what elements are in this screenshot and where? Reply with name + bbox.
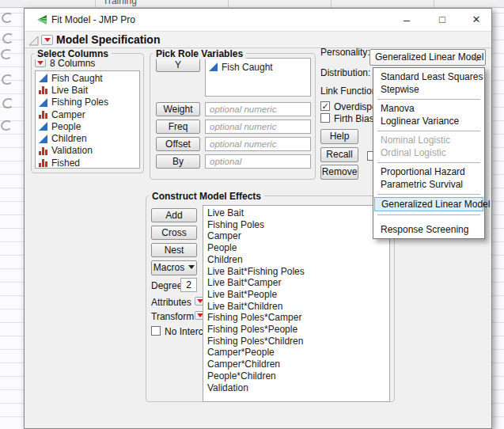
menu-separator	[377, 162, 480, 163]
no-intercept-checkbox[interactable]	[151, 326, 161, 336]
background-marks	[2, 33, 13, 44]
jmp-app-icon	[36, 14, 47, 25]
list-item[interactable]: Live Bait*Camper	[203, 277, 389, 289]
menu-item-disabled: Ordinal Logistic	[373, 146, 484, 159]
list-item[interactable]: Camper*Children	[203, 359, 389, 370]
freq-field[interactable]: optional numeric	[205, 120, 311, 134]
menu-item[interactable]: Standard Least Squares	[373, 70, 484, 83]
model-specification-header: Model Specification	[25, 31, 491, 48]
list-item[interactable]: People*Children	[203, 370, 389, 382]
list-item[interactable]: Children	[36, 132, 139, 144]
continuous-icon	[39, 98, 47, 107]
columns-count-label: 8 Columns	[50, 58, 95, 69]
degree-input[interactable]: 2	[180, 278, 197, 292]
menu-item[interactable]: Loglinear Variance	[373, 115, 484, 127]
add-button[interactable]: Add	[151, 208, 197, 222]
weight-role-button[interactable]: Weight	[156, 102, 200, 116]
transform-label: Transform	[151, 311, 194, 322]
list-item[interactable]: People	[203, 242, 389, 254]
nominal-icon	[39, 146, 47, 155]
macros-button[interactable]: Macros	[151, 260, 197, 275]
personality-dropdown-menu: Standard Least Squares Stepwise Manova L…	[373, 67, 485, 239]
nest-button[interactable]: Nest	[151, 243, 197, 257]
list-item[interactable]: Live Bait*Fishing Poles	[203, 266, 389, 278]
pick-roles-label: Pick Role Variables	[153, 48, 246, 59]
fit-model-dialog: Fit Model - JMP Pro – □ ✕ Model Specific…	[24, 8, 492, 429]
background-grid-line	[331, 0, 332, 7]
firth-bias-checkbox[interactable]	[320, 113, 330, 123]
menu-item-selected[interactable]: Generalized Linear Model	[374, 197, 483, 211]
menu-item[interactable]: Parametric Survival	[373, 178, 484, 191]
list-item[interactable]: Fishing Poles*Camper	[203, 312, 389, 324]
background-grid-line	[95, 0, 96, 7]
recall-button[interactable]: Recall	[320, 147, 358, 162]
degree-label: Degree	[151, 280, 182, 291]
remove-button[interactable]: Remove	[320, 165, 358, 180]
cross-button[interactable]: Cross	[151, 226, 197, 240]
background-marks	[2, 74, 13, 85]
list-item[interactable]: Fishing Poles*People	[203, 324, 389, 336]
menu-spacer	[373, 218, 484, 223]
overdispersion-checkbox[interactable]: ✓	[320, 101, 330, 111]
list-item[interactable]: Fishing Poles	[203, 219, 389, 231]
freq-role-button[interactable]: Freq	[156, 120, 200, 134]
menu-separator	[377, 131, 480, 131]
offset-role-button[interactable]: Offset	[156, 137, 200, 151]
nominal-icon	[39, 85, 47, 94]
list-item[interactable]: Camper*People	[203, 347, 389, 359]
background-marks	[2, 13, 13, 23]
y-role-list: Fish Caught	[205, 58, 311, 97]
list-item[interactable]: Fishing Poles	[36, 97, 139, 108]
menu-separator	[377, 99, 480, 100]
select-columns-label: Select Columns	[34, 48, 112, 59]
columns-red-triangle-button[interactable]	[35, 59, 46, 67]
by-field[interactable]: optional	[205, 154, 311, 169]
list-item[interactable]: Live Bait	[36, 84, 139, 96]
menu-separator	[377, 214, 480, 215]
red-triangle-menu-button[interactable]	[41, 35, 53, 45]
maximize-button[interactable]: □	[428, 9, 457, 31]
continuous-icon	[209, 63, 218, 71]
background-marks	[2, 98, 13, 108]
list-item[interactable]: Camper	[203, 230, 389, 242]
background-table-header: Training	[0, 0, 504, 8]
continuous-icon	[39, 122, 47, 131]
disclosure-triangle-icon[interactable]	[28, 36, 39, 46]
background-column-label: Training	[103, 0, 137, 6]
menu-item[interactable]: Proportional Hazard	[373, 165, 484, 178]
window-title: Fit Model - JMP Pro	[51, 14, 135, 25]
list-item[interactable]: Fish Caught	[206, 59, 310, 74]
list-item[interactable]: Validation	[36, 145, 139, 157]
screen: Training Fit Model - JMP Pro – □ ✕	[0, 0, 504, 429]
construct-effects-label: Construct Model Effects	[149, 191, 264, 202]
by-role-button[interactable]: By	[156, 154, 200, 169]
personality-combobox[interactable]: Generalized Linear Model	[369, 49, 486, 66]
y-role-button[interactable]: Y	[156, 58, 200, 72]
nominal-icon	[39, 158, 47, 167]
list-item[interactable]: Camper	[36, 108, 139, 120]
offset-field[interactable]: optional numeric	[205, 137, 311, 151]
model-effects-list: Live Bait Fishing Poles Camper People Ch…	[203, 205, 390, 402]
list-item[interactable]: Children	[203, 254, 389, 266]
close-button[interactable]: ✕	[462, 9, 491, 31]
menu-item[interactable]: Response Screening	[373, 223, 484, 236]
menu-item[interactable]: Stepwise	[373, 83, 484, 96]
list-item[interactable]: Live Bait*Children	[203, 301, 389, 313]
list-item[interactable]: People	[36, 120, 139, 132]
help-button[interactable]: Help	[320, 129, 358, 144]
dropdown-arrow-icon	[188, 265, 195, 269]
list-item[interactable]: Fish Caught	[36, 72, 139, 84]
background-grid-line	[434, 0, 434, 7]
list-item[interactable]: Validation	[203, 382, 389, 394]
list-item[interactable]: Live Bait*People	[203, 289, 389, 301]
title-bar[interactable]: Fit Model - JMP Pro – □ ✕	[25, 9, 491, 31]
personality-label: Personality:	[320, 47, 370, 58]
list-item[interactable]: Fishing Poles*Children	[203, 336, 389, 347]
menu-item[interactable]: Manova	[373, 102, 484, 115]
nominal-icon	[39, 110, 47, 119]
list-item[interactable]: Live Bait	[203, 207, 389, 219]
minimize-button[interactable]: –	[392, 9, 421, 31]
weight-field[interactable]: optional numeric	[205, 102, 311, 116]
list-item[interactable]: Fished	[36, 157, 139, 169]
background-marks	[1, 120, 12, 131]
